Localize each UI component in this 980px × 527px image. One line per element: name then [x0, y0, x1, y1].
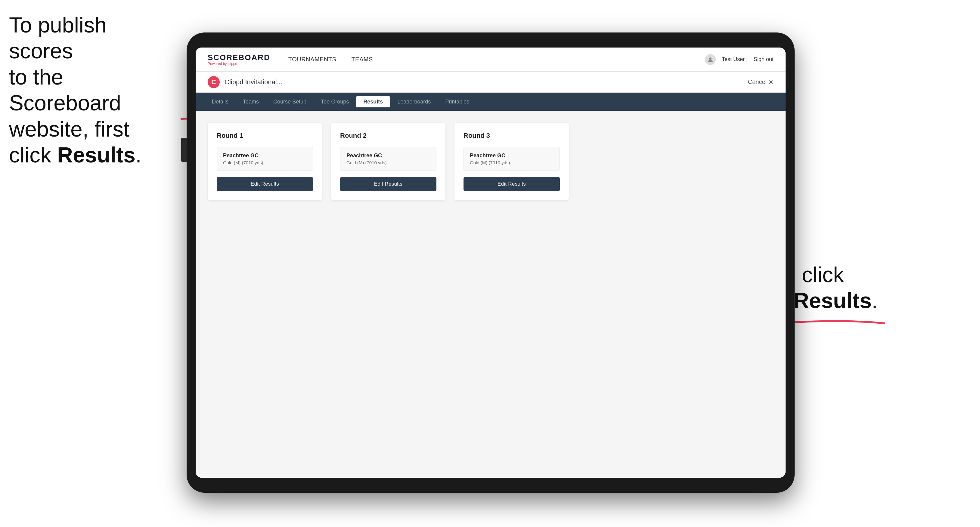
tab-details[interactable]: Details — [205, 96, 235, 107]
tab-leaderboards[interactable]: Leaderboards — [390, 96, 438, 107]
tab-tee-groups[interactable]: Tee Groups — [313, 96, 356, 107]
user-icon — [705, 54, 716, 65]
nav-right: Test User | Sign out — [705, 54, 773, 65]
logo-sub: Powered by clippd — [208, 62, 270, 66]
tournament-icon: C — [208, 76, 220, 88]
round-1-course-name: Peachtree GC — [223, 152, 307, 159]
round-2-card: Round 2 Peachtree GC Gold (M) (7010 yds)… — [331, 123, 445, 200]
tab-printables[interactable]: Printables — [438, 96, 476, 107]
tab-teams[interactable]: Teams — [235, 96, 266, 107]
main-content: Round 1 Peachtree GC Gold (M) (7010 yds)… — [196, 111, 786, 478]
instruction-left: To publish scores to the Scoreboard webs… — [9, 12, 175, 168]
round-1-course-card: Peachtree GC Gold (M) (7010 yds) — [217, 147, 313, 171]
tournament-title-area: C Clippd Invitational... — [208, 76, 748, 88]
logo-area: SCOREBOARD Powered by clippd — [208, 53, 270, 66]
tablet-device: SCOREBOARD Powered by clippd TOURNAMENTS… — [187, 32, 795, 493]
tab-results[interactable]: Results — [356, 96, 390, 107]
nav-tournaments[interactable]: TOURNAMENTS — [288, 56, 337, 63]
tournament-header: C Clippd Invitational... Cancel ✕ — [196, 71, 786, 93]
round-3-course-card: Peachtree GC Gold (M) (7010 yds) — [463, 147, 560, 171]
round-1-edit-results-button[interactable]: Edit Results — [217, 177, 313, 191]
svg-point-2 — [709, 57, 711, 60]
round-2-course-card: Peachtree GC Gold (M) (7010 yds) — [340, 147, 436, 171]
nav-links: TOURNAMENTS TEAMS — [288, 56, 705, 63]
tournament-name: Clippd Invitational... — [224, 78, 282, 86]
user-name: Test User | — [722, 56, 748, 63]
logo-text: SCOREBOARD — [208, 53, 270, 62]
round-2-edit-results-button[interactable]: Edit Results — [340, 177, 436, 191]
round-1-card: Round 1 Peachtree GC Gold (M) (7010 yds)… — [208, 123, 322, 200]
round-2-course-name: Peachtree GC — [347, 152, 430, 159]
tab-bar: Details Teams Course Setup Tee Groups Re… — [196, 93, 786, 111]
sign-out-link[interactable]: Sign out — [754, 56, 773, 63]
round-3-card: Round 3 Peachtree GC Gold (M) (7010 yds)… — [455, 123, 569, 200]
round-2-title: Round 2 — [340, 132, 436, 140]
round-3-title: Round 3 — [463, 132, 560, 140]
nav-teams[interactable]: TEAMS — [351, 56, 372, 63]
round-3-course-name: Peachtree GC — [470, 152, 554, 159]
round-1-course-details: Gold (M) (7010 yds) — [223, 160, 307, 165]
rounds-grid: Round 1 Peachtree GC Gold (M) (7010 yds)… — [208, 123, 773, 200]
top-nav: SCOREBOARD Powered by clippd TOURNAMENTS… — [196, 48, 786, 71]
tablet-side-button — [181, 138, 187, 162]
round-3-edit-results-button[interactable]: Edit Results — [463, 177, 560, 191]
round-3-course-details: Gold (M) (7010 yds) — [470, 160, 554, 165]
tablet-screen: SCOREBOARD Powered by clippd TOURNAMENTS… — [196, 48, 786, 478]
round-2-course-details: Gold (M) (7010 yds) — [347, 160, 430, 165]
round-1-title: Round 1 — [217, 132, 313, 140]
cancel-button[interactable]: Cancel ✕ — [748, 78, 773, 86]
tab-course-setup[interactable]: Course Setup — [266, 96, 313, 107]
